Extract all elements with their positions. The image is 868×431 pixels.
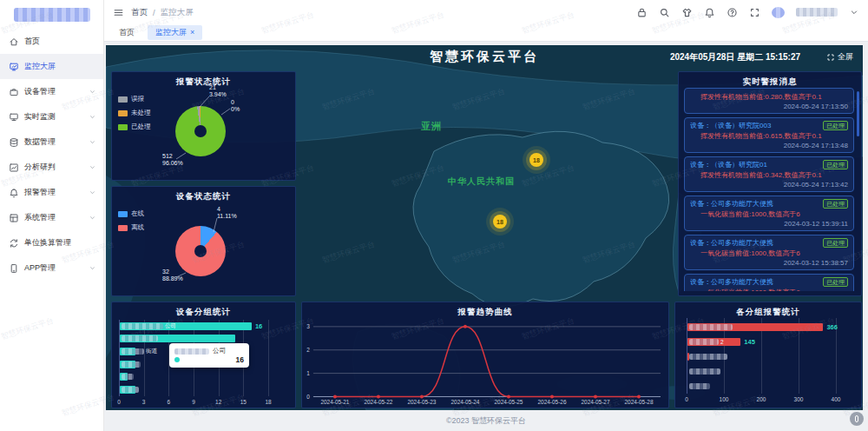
svg-text:2024-05-21: 2024-05-21 [320, 399, 349, 405]
alert-time: 2024-03-12 15:39:11 [690, 220, 848, 228]
callout-value: 512 [162, 153, 183, 160]
tooltip-value: 16 [236, 355, 244, 364]
status-badge: 已处理 [823, 277, 848, 287]
status-badge: 已处理 [823, 199, 848, 209]
x-tick-label: 300 [794, 396, 804, 402]
database-icon [9, 137, 19, 148]
alert-device-name: 公司多功能厅大便携 [711, 238, 773, 248]
sidebar-item-实时监测[interactable]: 实时监测 [0, 104, 103, 129]
alarm-icon [9, 188, 19, 198]
search-button[interactable] [659, 7, 670, 18]
bar-label-redacted [122, 387, 139, 394]
legend-label: 未处理 [131, 109, 151, 117]
sidebar-item-系统管理[interactable]: 系统管理 [0, 205, 103, 230]
sidebar-item-单位换算管理[interactable]: 单位换算管理 [0, 230, 103, 255]
chevron-down-icon [89, 264, 96, 272]
redacted-text [689, 368, 720, 375]
alert-card[interactable]: 挥发性有机物当前值:0.280,数值高于0.12024-05-24 17:13:… [684, 88, 854, 114]
map-alarm-marker[interactable]: 18 [529, 153, 543, 167]
bar-label-redacted [689, 368, 720, 375]
alert-message: 挥发性有机物当前值:0.615,数值高于0.1 [690, 131, 848, 141]
tab-close-icon[interactable]: × [190, 29, 194, 36]
floating-widget-button[interactable] [850, 412, 864, 426]
alert-time: 2024-05-24 17:13:50 [690, 103, 848, 110]
redacted-text [122, 374, 134, 380]
legend-item[interactable]: 误报 [118, 95, 151, 103]
device-icon [9, 87, 19, 97]
pie-callout: 411.11% [217, 206, 237, 219]
alert-device-prefix: 设备： [690, 277, 711, 287]
expand-button[interactable] [749, 7, 760, 18]
alert-device-name: 公司多功能厅大便携 [711, 277, 773, 287]
alert-card[interactable]: 设备：公司多功能厅大便携已处理一氧化碳当前值:1000,数值高于62024-03… [684, 196, 854, 231]
x-tick-label: 200 [757, 396, 766, 402]
top-navbar: 首页 / 监控大屏 [104, 0, 868, 24]
legend-item[interactable]: 离线 [118, 223, 144, 232]
alert-card[interactable]: 设备：公司多功能厅大便携已处理一氧化碳当前值:1000,数值高于62024-03… [684, 274, 854, 291]
sidebar: 首页监控大屏设备管理实时监测数据管理分析研判报警管理系统管理单位换算管理APP管… [0, 0, 104, 431]
chevron-down-icon [89, 163, 96, 171]
sidebar-item-分析研判[interactable]: 分析研判 [0, 155, 103, 180]
pie-callout: 213.94% [209, 84, 227, 97]
user-avatar-redacted[interactable] [772, 7, 785, 18]
help-button[interactable] [727, 7, 738, 18]
breadcrumb-current: 监控大屏 [161, 7, 194, 18]
alert-message: 一氧化碳当前值:1000,数值高于6 [690, 288, 848, 291]
app-logo-redacted [14, 8, 90, 22]
sidebar-item-报警管理[interactable]: 报警管理 [0, 180, 103, 205]
sidebar-item-数据管理[interactable]: 数据管理 [0, 129, 103, 155]
app-icon [9, 263, 19, 274]
bar-label-redacted [689, 383, 710, 390]
alert-message: 一氧化碳当前值:1000,数值高于6 [690, 249, 848, 258]
breadcrumb: 首页 / 监控大屏 [131, 7, 194, 18]
tooltip-value-row: 16 [174, 355, 244, 364]
callout-percent: 88.89% [162, 275, 183, 282]
theme-button[interactable] [681, 7, 693, 18]
sidebar-item-监控大屏[interactable]: 监控大屏 [0, 54, 103, 79]
svg-text:2024-05-25: 2024-05-25 [494, 399, 523, 405]
alert-time: 2024-05-24 17:13:48 [690, 142, 848, 149]
expand-icon [826, 53, 835, 62]
alert-device-prefix: 设备： [690, 238, 711, 248]
legend-item[interactable]: 未处理 [118, 109, 151, 117]
alert-device: 设备：公司多功能厅大便携已处理 [690, 199, 848, 209]
legend-item[interactable]: 已处理 [118, 123, 151, 131]
user-name-redacted [796, 8, 838, 17]
svg-text:2024-05-26: 2024-05-26 [537, 399, 566, 405]
bar-label-suffix: 2 [720, 339, 724, 346]
alert-card[interactable]: 设备：（设备）研究院003已处理挥发性有机物当前值:0.615,数值高于0.12… [684, 117, 854, 153]
sidebar-item-设备管理[interactable]: 设备管理 [0, 79, 103, 104]
bell-button[interactable] [704, 7, 715, 18]
map-alarm-marker[interactable]: 18 [493, 215, 507, 229]
svg-text:2024-05-24: 2024-05-24 [450, 399, 479, 405]
svg-text:2024-05-23: 2024-05-23 [407, 399, 436, 405]
breadcrumb-home[interactable]: 首页 [131, 7, 148, 18]
callout-value: 32 [162, 269, 183, 275]
legend-label: 在线 [131, 209, 144, 218]
sidebar-item-APP管理[interactable]: APP管理 [0, 255, 103, 281]
collapse-menu-icon[interactable] [113, 7, 124, 18]
alerts-scrollbar[interactable] [857, 91, 859, 136]
tab-label: 监控大屏 [155, 27, 187, 38]
alert-device-prefix: 设备： [690, 160, 711, 169]
lock-button[interactable] [636, 7, 648, 18]
bar-label-redacted: 2 [689, 339, 724, 346]
sidebar-item-首页[interactable]: 首页 [0, 29, 103, 54]
alert-card[interactable]: 设备：（设备）研究院01已处理挥发性有机物当前值:0.342,数值高于0.120… [684, 156, 854, 192]
chart-tooltip: 公司16 [169, 343, 249, 368]
analysis-icon [9, 162, 19, 173]
legend-item[interactable]: 在线 [118, 209, 144, 218]
tab-监控大屏[interactable]: 监控大屏× [148, 25, 202, 40]
grid-line [144, 320, 145, 396]
fullscreen-button[interactable]: 全屏 [821, 50, 858, 63]
bar-label-redacted [689, 354, 727, 361]
status-badge: 已处理 [823, 121, 848, 130]
alert-card[interactable]: 设备：公司多功能厅大便携已处理一氧化碳当前值:1000,数值高于62024-03… [684, 235, 854, 270]
tab-bar: 首页监控大屏× [104, 24, 868, 42]
tab-首页[interactable]: 首页 [111, 25, 142, 40]
navbar-actions [636, 7, 859, 18]
donut-chart[interactable] [175, 106, 226, 156]
legend-swatch [118, 211, 128, 217]
redacted-text [689, 339, 719, 345]
x-tick-label: 3 [142, 399, 146, 405]
